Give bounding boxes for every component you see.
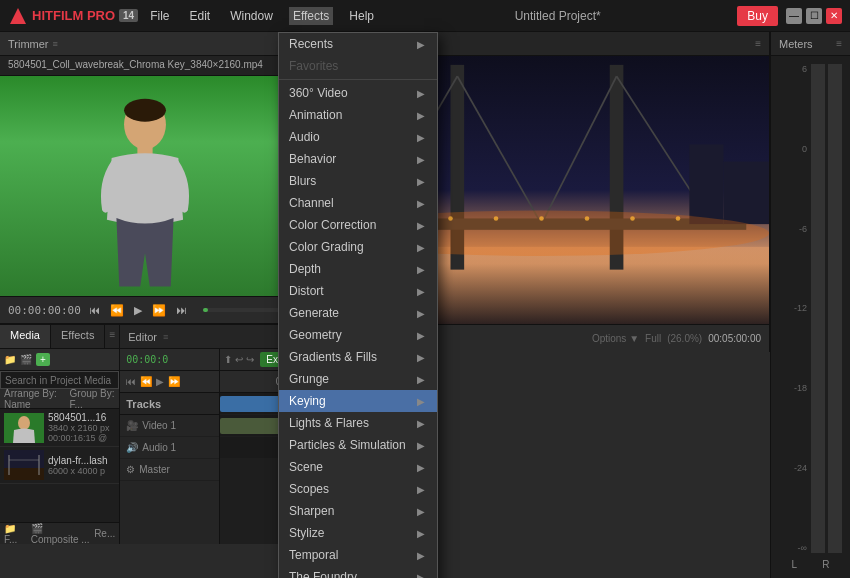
menu-sharpen[interactable]: Sharpen ▶ [279, 500, 437, 522]
menu-scopes[interactable]: Scopes ▶ [279, 478, 437, 500]
behavior-arrow: ▶ [417, 154, 425, 165]
menu-foundry[interactable]: The Foundry ▶ [279, 566, 437, 578]
distort-arrow: ▶ [417, 286, 425, 297]
menu-color-correction[interactable]: Color Correction ▶ [279, 214, 437, 236]
menu-generate[interactable]: Generate ▶ [279, 302, 437, 324]
menu-recents[interactable]: Recents ▶ [279, 33, 437, 55]
menu-lights-flares[interactable]: Lights & Flares ▶ [279, 412, 437, 434]
effects-dropdown: Recents ▶ Favorites 360° Video ▶ Animati… [278, 32, 438, 578]
menu-color-grading[interactable]: Color Grading ▶ [279, 236, 437, 258]
depth-arrow: ▶ [417, 264, 425, 275]
blurs-arrow: ▶ [417, 176, 425, 187]
scopes-arrow: ▶ [417, 484, 425, 495]
menu-favorites: Favorites [279, 55, 437, 77]
scene-arrow: ▶ [417, 462, 425, 473]
recents-arrow: ▶ [417, 39, 425, 50]
grad-arrow: ▶ [417, 352, 425, 363]
menu-keying[interactable]: Keying ▶ [279, 390, 437, 412]
menu-depth[interactable]: Depth ▶ [279, 258, 437, 280]
menu-overlay[interactable]: Recents ▶ Favorites 360° Video ▶ Animati… [0, 0, 850, 578]
menu-audio[interactable]: Audio ▶ [279, 126, 437, 148]
audio-arrow: ▶ [417, 132, 425, 143]
menu-blurs[interactable]: Blurs ▶ [279, 170, 437, 192]
found-arrow: ▶ [417, 572, 425, 579]
menu-distort[interactable]: Distort ▶ [279, 280, 437, 302]
menu-geometry[interactable]: Geometry ▶ [279, 324, 437, 346]
cg-arrow: ▶ [417, 242, 425, 253]
menu-behavior[interactable]: Behavior ▶ [279, 148, 437, 170]
part-arrow: ▶ [417, 440, 425, 451]
360-arrow: ▶ [417, 88, 425, 99]
menu-scene[interactable]: Scene ▶ [279, 456, 437, 478]
menu-stylize[interactable]: Stylize ▶ [279, 522, 437, 544]
channel-arrow: ▶ [417, 198, 425, 209]
grunge-arrow: ▶ [417, 374, 425, 385]
menu-gradients[interactable]: Gradients & Fills ▶ [279, 346, 437, 368]
anim-arrow: ▶ [417, 110, 425, 121]
menu-grunge[interactable]: Grunge ▶ [279, 368, 437, 390]
menu-particles[interactable]: Particles & Simulation ▶ [279, 434, 437, 456]
cc-arrow: ▶ [417, 220, 425, 231]
geo-arrow: ▶ [417, 330, 425, 341]
temp-arrow: ▶ [417, 550, 425, 561]
menu-360video[interactable]: 360° Video ▶ [279, 82, 437, 104]
menu-sep-1 [279, 79, 437, 80]
styl-arrow: ▶ [417, 528, 425, 539]
keying-arrow: ▶ [417, 396, 425, 407]
gen-arrow: ▶ [417, 308, 425, 319]
menu-animation[interactable]: Animation ▶ [279, 104, 437, 126]
menu-channel[interactable]: Channel ▶ [279, 192, 437, 214]
lf-arrow: ▶ [417, 418, 425, 429]
sharp-arrow: ▶ [417, 506, 425, 517]
menu-temporal[interactable]: Temporal ▶ [279, 544, 437, 566]
